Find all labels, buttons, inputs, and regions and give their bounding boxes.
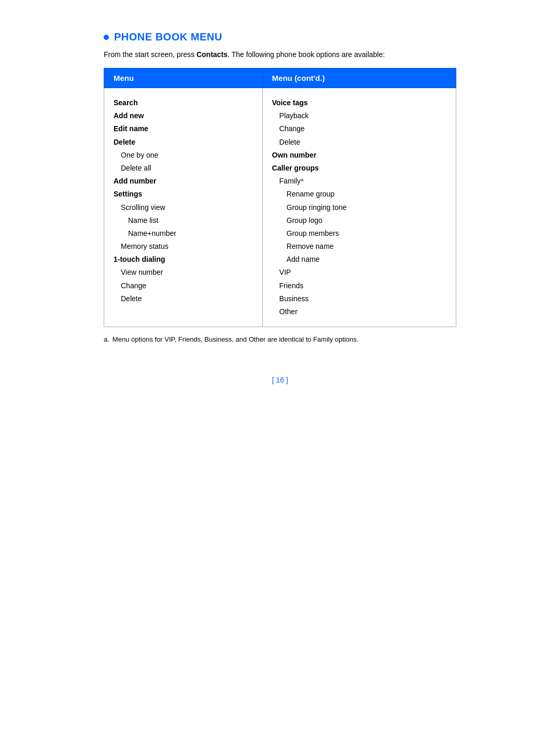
list-item: Group logo [272, 214, 446, 227]
list-item: Search [114, 96, 253, 109]
section-title: PHONE BOOK MENU [104, 31, 456, 43]
col2-content: Voice tagsPlaybackChangeDeleteOwn number… [262, 88, 456, 327]
col2-header: Menu (cont'd.) [262, 68, 456, 88]
table-body-row: SearchAdd newEdit nameDeleteOne by oneDe… [104, 88, 456, 327]
list-item: Scrolling view [114, 201, 253, 214]
list-item: Add new [114, 109, 253, 122]
list-item: Add number [114, 175, 253, 188]
intro-paragraph: From the start screen, press Contacts. T… [104, 50, 456, 59]
list-item: Settings [114, 188, 253, 201]
col1-content: SearchAdd newEdit nameDeleteOne by oneDe… [104, 88, 263, 327]
list-item: Remove name [272, 240, 446, 253]
list-item: Caller groups [272, 162, 446, 175]
title-text: PHONE BOOK MENU [114, 31, 222, 43]
list-item: Own number [272, 149, 446, 162]
list-item: Familyᵃ [272, 175, 446, 188]
col1-header: Menu [104, 68, 263, 88]
intro-bold: Contacts [197, 50, 228, 59]
list-item: Delete [114, 292, 253, 305]
list-item: Memory status [114, 240, 253, 253]
list-item: Delete all [114, 162, 253, 175]
list-item: Name+number [114, 227, 253, 240]
list-item: Change [272, 122, 446, 135]
list-item: Change [114, 279, 253, 292]
list-item: One by one [114, 149, 253, 162]
list-item: Rename group [272, 188, 446, 201]
page-number: [ 16 ] [104, 376, 456, 384]
list-item: VIP [272, 266, 446, 279]
page-content: PHONE BOOK MENU From the start screen, p… [104, 31, 456, 384]
list-item: Voice tags [272, 96, 446, 109]
list-item: Playback [272, 109, 446, 122]
list-item: Group members [272, 227, 446, 240]
list-item: Business [272, 292, 446, 305]
intro-text-before: From the start screen, press [104, 50, 197, 59]
intro-text-after: . The following phone book options are a… [228, 50, 385, 59]
list-item: Other [272, 305, 446, 318]
list-item: Group ringing tone [272, 201, 446, 214]
list-item: 1-touch dialing [114, 253, 253, 266]
list-item: View number [114, 266, 253, 279]
list-item: Edit name [114, 122, 253, 135]
list-item: Friends [272, 279, 446, 292]
list-item: Delete [114, 136, 253, 149]
list-item: Add name [272, 253, 446, 266]
list-item: Name list [114, 214, 253, 227]
footnote-section: a. Menu options for VIP, Friends, Busine… [104, 334, 456, 345]
footnote-text: Menu options for VIP, Friends, Business,… [113, 334, 359, 345]
bullet-icon [104, 35, 109, 40]
footnote-label: a. [104, 334, 109, 345]
menu-table: Menu Menu (cont'd.) SearchAdd newEdit na… [104, 68, 456, 327]
list-item: Delete [272, 136, 446, 149]
footnote-line: a. Menu options for VIP, Friends, Busine… [104, 334, 456, 345]
table-header-row: Menu Menu (cont'd.) [104, 68, 456, 88]
